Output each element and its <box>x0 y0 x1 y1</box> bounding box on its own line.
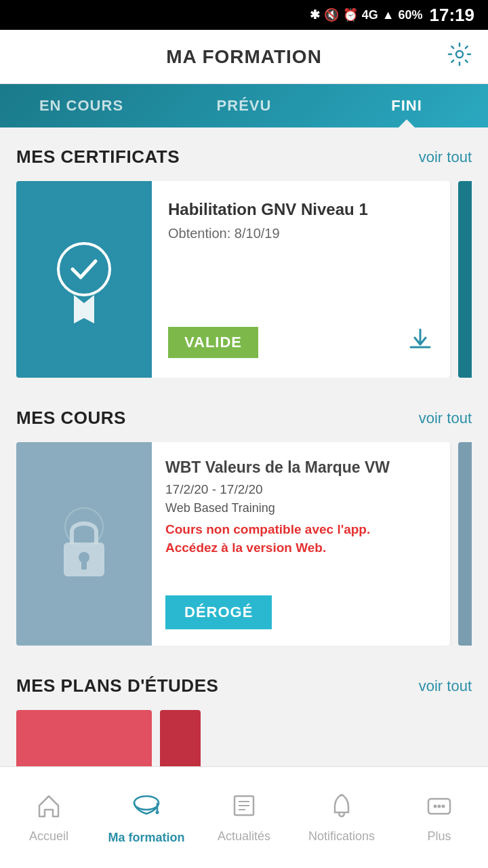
plans-header: MES PLANS D'ÉTUDES voir tout <box>16 675 472 696</box>
signal-icon: ▲ <box>382 8 394 22</box>
nav-label-actualites: Actualités <box>218 829 270 844</box>
cert-card-1: Habilitation GNV Niveau 1 Obtention: 8/1… <box>16 181 450 378</box>
cours-title: MES COURS <box>16 408 126 429</box>
settings-icon[interactable] <box>447 42 472 72</box>
cert-card-peek <box>458 181 472 378</box>
nav-label-plus: Plus <box>427 829 451 844</box>
certificats-cards: Habilitation GNV Niveau 1 Obtention: 8/1… <box>16 181 472 378</box>
cert-date: Obtention: 8/10/19 <box>168 226 434 241</box>
cert-title: Habilitation GNV Niveau 1 <box>168 200 434 219</box>
cert-footer: VALIDE <box>168 326 434 359</box>
tab-fini[interactable]: FINI <box>325 84 488 127</box>
svg-point-15 <box>434 804 437 808</box>
course-title: WBT Valeurs de la Marque VW <box>165 458 436 477</box>
sound-icon: 🔇 <box>324 7 339 22</box>
course-warning-line2: Accédez à la version Web. <box>165 539 436 557</box>
nav-item-actualites[interactable]: Actualités <box>203 792 285 844</box>
course-dates: 17/2/20 - 17/2/20 <box>165 482 436 497</box>
course-warning-line1: Cours non compatible avec l'app. <box>165 521 436 539</box>
tab-en-cours[interactable]: EN COURS <box>0 84 163 127</box>
cours-section: MES COURS voir tout <box>0 389 488 656</box>
svg-point-16 <box>438 804 441 808</box>
course-warning: Cours non compatible avec l'app. Accédez… <box>165 521 436 557</box>
tab-prevu[interactable]: PRÉVU <box>163 84 325 127</box>
plans-voir-tout[interactable]: voir tout <box>419 677 472 695</box>
svg-rect-5 <box>81 561 87 570</box>
certificats-voir-tout[interactable]: voir tout <box>419 149 472 166</box>
nav-label-notifications: Notifications <box>308 829 375 844</box>
certificats-title: MES CERTIFICATS <box>16 146 180 167</box>
svg-point-0 <box>456 51 463 58</box>
svg-point-17 <box>442 804 445 808</box>
formation-icon <box>131 791 161 827</box>
cours-cards: WBT Valeurs de la Marque VW 17/2/20 - 17… <box>16 442 472 646</box>
page-title: MA FORMATION <box>166 46 322 68</box>
cours-header: MES COURS voir tout <box>16 408 472 429</box>
nav-item-accueil[interactable]: Accueil <box>8 792 89 844</box>
course-card-body: WBT Valeurs de la Marque VW 17/2/20 - 17… <box>152 442 450 646</box>
valide-badge: VALIDE <box>168 327 258 358</box>
cours-voir-tout[interactable]: voir tout <box>419 410 472 427</box>
nav-label-accueil: Accueil <box>29 829 68 844</box>
news-icon <box>230 792 258 825</box>
network-icon: 4G <box>362 8 378 22</box>
main-content: MES CERTIFICATS voir tout Habilitation G… <box>0 127 488 868</box>
cert-card-body: Habilitation GNV Niveau 1 Obtention: 8/1… <box>152 181 450 378</box>
battery-text: 60% <box>398 8 422 22</box>
certificats-section: MES CERTIFICATS voir tout Habilitation G… <box>0 127 488 389</box>
plans-title: MES PLANS D'ÉTUDES <box>16 675 218 696</box>
bluetooth-icon: ✱ <box>310 7 320 22</box>
tab-bar: EN COURS PRÉVU FINI <box>0 84 488 127</box>
cert-card-image <box>16 181 152 378</box>
nav-item-notifications[interactable]: Notifications <box>301 792 382 844</box>
bell-icon <box>328 792 355 825</box>
course-card-image <box>16 442 152 646</box>
svg-point-4 <box>79 552 89 563</box>
nav-label-formation: Ma formation <box>108 831 184 845</box>
nav-item-plus[interactable]: Plus <box>399 792 480 844</box>
download-icon[interactable] <box>407 326 434 359</box>
svg-point-6 <box>134 796 159 810</box>
course-card-peek <box>458 442 472 646</box>
more-icon <box>426 792 453 825</box>
nav-item-formation[interactable]: Ma formation <box>106 791 187 845</box>
status-bar: ✱ 🔇 ⏰ 4G ▲ 60% 17:19 <box>0 0 488 30</box>
course-type: Web Based Training <box>165 501 436 515</box>
header: MA FORMATION <box>0 30 488 84</box>
svg-point-8 <box>156 810 159 814</box>
bottom-nav: Accueil Ma formation Actualités <box>0 766 488 868</box>
alarm-icon: ⏰ <box>343 7 358 22</box>
course-card-1: WBT Valeurs de la Marque VW 17/2/20 - 17… <box>16 442 450 646</box>
deroge-button[interactable]: DÉROGÉ <box>165 595 272 629</box>
time-display: 17:19 <box>430 5 475 26</box>
home-icon <box>35 792 62 825</box>
status-icons: ✱ 🔇 ⏰ 4G ▲ 60% <box>310 7 423 22</box>
certificats-header: MES CERTIFICATS voir tout <box>16 146 472 167</box>
svg-point-1 <box>58 243 110 295</box>
